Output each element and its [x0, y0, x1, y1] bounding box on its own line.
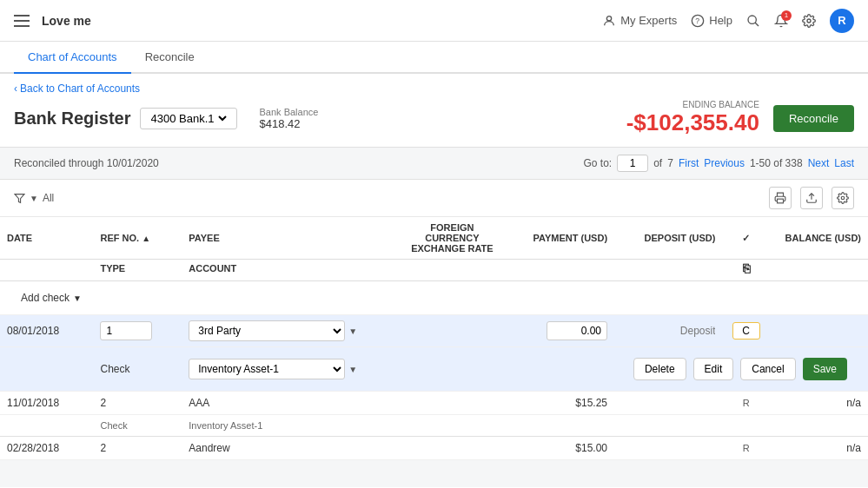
table-row-sub[interactable]: Check Inventory Asset-1 ▼ [0, 347, 868, 392]
notification-badge: 1 [781, 10, 792, 21]
account-dropdown[interactable]: 4300 Bank.1 [148, 111, 229, 126]
cell-ref-no: 2 [93, 437, 182, 460]
edit-button[interactable]: Edit [693, 358, 734, 380]
page-of: of [653, 157, 662, 169]
cell-payment[interactable] [507, 315, 614, 347]
col-exchange-sub [398, 260, 506, 281]
ref-no-input[interactable] [100, 321, 152, 340]
svg-marker-6 [15, 194, 24, 202]
table-row[interactable]: 11/01/2018 2 AAA $15.25 R n/a [0, 392, 868, 415]
cell-balance [770, 315, 868, 347]
col-balance-sub [770, 260, 868, 281]
svg-text:?: ? [696, 16, 700, 25]
filter-label: All [43, 192, 54, 204]
table-row[interactable]: 02/28/2018 2 Aandrew $15.00 R n/a [0, 437, 868, 460]
col-type: TYPE [93, 260, 182, 281]
payee-select[interactable]: 3rd Party [189, 320, 345, 341]
action-buttons: Delete Edit Cancel Save [405, 353, 861, 386]
page-total: 7 [667, 157, 673, 169]
payment-input[interactable] [547, 321, 607, 340]
cell-balance: n/a [770, 437, 868, 460]
my-experts-btn[interactable]: My Experts [602, 14, 677, 28]
table-settings-icon [837, 192, 849, 204]
account-dropdown-arrow: ▼ [348, 365, 357, 374]
copy-icon[interactable]: ⎘ [743, 261, 750, 275]
table-row[interactable]: 08/01/2018 3rd Party ▼ [0, 315, 868, 347]
status-input[interactable] [732, 322, 760, 340]
cell-foreign-currency [398, 315, 506, 347]
back-link[interactable]: ‹ Back to Chart of Accounts [14, 82, 854, 95]
page-input[interactable] [617, 155, 648, 172]
cell-date: 08/01/2018 [0, 315, 93, 347]
settings-table-icon-btn[interactable] [832, 187, 854, 209]
cell-account-sub[interactable]: Inventory Asset-1 ▼ [182, 347, 398, 392]
page-range: 1-50 of 338 [750, 157, 803, 169]
cell-date-sub [0, 415, 93, 437]
last-page-link[interactable]: Last [834, 157, 854, 169]
bank-balance-area: Bank Balance $418.42 [260, 107, 319, 130]
cell-foreign-currency [398, 392, 506, 415]
account-select-input[interactable]: Inventory Asset-1 [189, 359, 345, 379]
gear-icon [802, 14, 816, 28]
add-check-row: Add check ▼ [0, 281, 868, 315]
cell-status: R [722, 392, 769, 415]
deposit-input[interactable] [654, 325, 715, 337]
table-area: ▼ All DATE [0, 180, 868, 460]
cell-ref-no[interactable] [93, 315, 182, 347]
person-icon [602, 14, 616, 28]
ending-balance-block: ENDING BALANCE -$102,355.40 [626, 100, 759, 136]
cell-foreign-currency [398, 437, 506, 460]
account-selector[interactable]: 4300 Bank.1 [140, 108, 237, 129]
tab-chart-of-accounts[interactable]: Chart of Accounts [14, 42, 131, 74]
col-payee: PAYEE [182, 217, 398, 260]
payee-dropdown-cell: 3rd Party ▼ [189, 320, 391, 341]
prev-page-link[interactable]: Previous [704, 157, 745, 169]
avatar[interactable]: R [830, 9, 854, 33]
reconcile-button[interactable]: Reconcile [773, 105, 854, 132]
settings-btn[interactable] [802, 14, 816, 28]
help-btn[interactable]: ? Help [691, 14, 732, 28]
cell-date-sub [0, 347, 93, 392]
tab-bar: Chart of Accounts Reconcile [0, 42, 868, 74]
svg-point-3 [748, 16, 756, 23]
filter-dropdown-icon: ▼ [30, 194, 38, 203]
col-ref-no: REF NO. ▲ [93, 217, 182, 260]
next-page-link[interactable]: Next [808, 157, 830, 169]
notification-btn[interactable]: 1 [774, 14, 788, 28]
export-icon-btn[interactable] [800, 187, 823, 209]
add-check-button[interactable]: Add check ▼ [7, 287, 861, 309]
delete-button[interactable]: Delete [633, 358, 686, 380]
cell-ref-no: 2 [93, 392, 182, 415]
ending-balance-label: ENDING BALANCE [626, 100, 759, 109]
cell-payment: $15.00 [507, 437, 614, 460]
first-page-link[interactable]: First [679, 157, 699, 169]
search-btn[interactable] [746, 14, 760, 28]
col-date-sub [0, 260, 93, 281]
print-icon [774, 192, 786, 204]
svg-point-9 [841, 196, 845, 200]
col-date: DATE [0, 217, 93, 260]
filter-icon [14, 193, 25, 204]
toolbar-icons [769, 187, 854, 209]
cell-deposit[interactable] [614, 315, 722, 347]
cell-date: 11/01/2018 [0, 392, 93, 415]
col-copy-icon: ⎘ [722, 260, 769, 281]
svg-line-4 [755, 23, 759, 26]
save-button[interactable]: Save [803, 358, 847, 380]
search-icon [746, 14, 760, 28]
add-check-dropdown-icon: ▼ [73, 293, 82, 303]
pagination: Go to: of 7 First Previous 1-50 of 338 N… [584, 155, 855, 172]
register-title-row: Bank Register 4300 Bank.1 Bank Balance $… [14, 100, 854, 136]
hamburger-menu[interactable] [14, 15, 30, 27]
filter-button[interactable]: ▼ All [14, 192, 54, 204]
print-icon-btn[interactable] [769, 187, 792, 209]
cell-deposit [614, 437, 722, 460]
table-header-row-1: DATE REF NO. ▲ PAYEE FOREIGN CURRENCYEXC… [0, 217, 868, 260]
cell-status[interactable] [722, 315, 769, 347]
tab-reconcile[interactable]: Reconcile [131, 42, 209, 74]
cell-action-area: Delete Edit Cancel Save [398, 347, 868, 392]
cell-payee[interactable]: 3rd Party ▼ [182, 315, 398, 347]
cancel-button[interactable]: Cancel [740, 358, 795, 380]
cell-payee: Aandrew [182, 437, 398, 460]
svg-point-0 [607, 16, 612, 20]
